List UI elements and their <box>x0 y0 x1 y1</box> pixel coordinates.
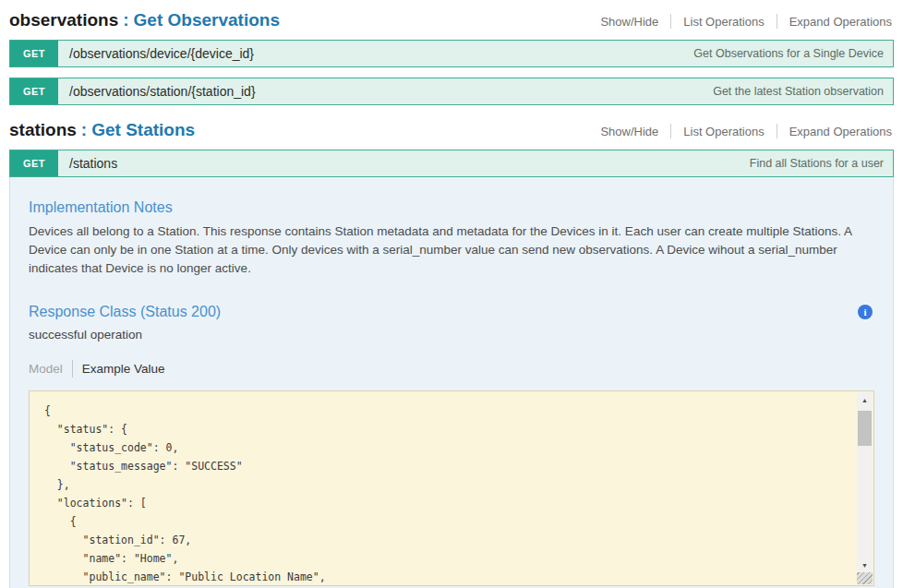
swagger-api-docs-page: observations:Get Observations Show/Hide … <box>0 0 903 588</box>
section-header-stations: stations:Get Stations Show/Hide List Ope… <box>9 119 894 141</box>
show-hide-link[interactable]: Show/Hide <box>588 15 670 29</box>
response-class-title: Response Class (Status 200) <box>29 304 221 320</box>
operation-summary: Find all Stations for a user <box>750 150 893 176</box>
scroll-down-button[interactable]: ▼ <box>857 558 873 572</box>
resource-link[interactable]: Get Observations <box>134 10 280 30</box>
resize-grip[interactable] <box>857 572 873 584</box>
section-controls: Show/Hide List Operations Expand Operati… <box>588 14 894 31</box>
tab-example-value[interactable]: Example Value <box>73 362 165 376</box>
show-hide-link[interactable]: Show/Hide <box>588 125 670 138</box>
operation-panel: Implementation Notes Devices all belong … <box>9 177 894 588</box>
resource-link[interactable]: Get Stations <box>91 120 195 139</box>
get-method-badge: GET <box>10 150 58 176</box>
operation-path[interactable]: /observations/device/{device_id} <box>58 41 254 66</box>
expand-operations-link[interactable]: Expand Operations <box>777 15 894 29</box>
implementation-notes-title: Implementation Notes <box>29 177 874 216</box>
example-code: { "status": { "status_code": 0, "status_… <box>30 391 873 586</box>
list-operations-link[interactable]: List Operations <box>671 125 776 138</box>
resource-name: stations <box>9 120 77 139</box>
implementation-notes-text: Devices all belong to a Station. This re… <box>29 222 874 278</box>
resource-title: observations:Get Observations <box>9 9 280 31</box>
resource-title: stations:Get Stations <box>9 119 195 141</box>
response-subtitle: successful operation <box>29 328 874 342</box>
response-class-header: Response Class (Status 200) i <box>29 278 874 320</box>
example-code-block: { "status": { "status_code": 0, "status_… <box>29 390 874 586</box>
get-method-badge: GET <box>10 78 58 104</box>
scroll-up-button[interactable]: ▲ <box>857 392 873 407</box>
resource-colon: : <box>81 120 87 139</box>
scroll-thumb[interactable] <box>858 411 872 446</box>
tab-model[interactable]: Model <box>29 362 72 376</box>
scroll-track[interactable] <box>857 407 873 558</box>
resource-colon: : <box>123 10 128 30</box>
operation-row-get-observations-station[interactable]: GET /observations/station/{station_id} G… <box>9 78 894 105</box>
resource-name: observations <box>9 10 118 30</box>
scrollbar[interactable]: ▲ ▼ <box>857 392 873 584</box>
operation-row-get-observations-device[interactable]: GET /observations/device/{device_id} Get… <box>9 40 894 67</box>
get-method-badge: GET <box>10 41 58 66</box>
operation-path[interactable]: /stations <box>58 150 117 176</box>
response-tabs: Model Example Value <box>29 360 874 378</box>
operation-path[interactable]: /observations/station/{station_id} <box>58 78 256 104</box>
section-controls: Show/Hide List Operations Expand Operati… <box>588 124 894 141</box>
expand-operations-link[interactable]: Expand Operations <box>777 125 894 138</box>
info-icon[interactable]: i <box>858 305 873 319</box>
operation-summary: Get the latest Station observation <box>713 78 893 104</box>
section-header-observations: observations:Get Observations Show/Hide … <box>9 9 894 31</box>
list-operations-link[interactable]: List Operations <box>671 15 776 29</box>
operation-row-get-stations[interactable]: GET /stations Find all Stations for a us… <box>9 150 894 177</box>
operation-summary: Get Observations for a Single Device <box>693 41 893 66</box>
